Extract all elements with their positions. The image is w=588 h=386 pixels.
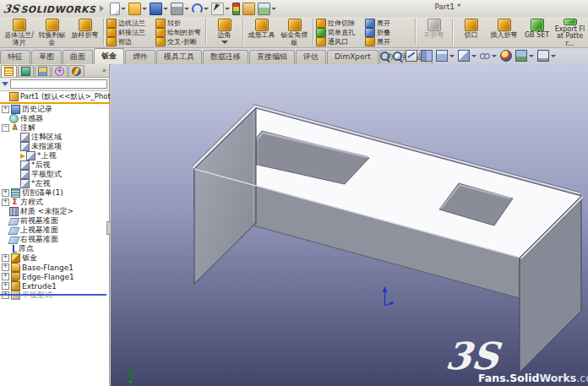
tree-item-origin[interactable]: 原点 xyxy=(0,244,109,253)
expand-plus-box[interactable]: + xyxy=(2,273,9,280)
extruded-cut-button[interactable]: 拉伸切除 xyxy=(316,19,363,27)
simple-hole-icon xyxy=(316,28,326,37)
flatten-button[interactable]: 展开 xyxy=(365,37,412,46)
tab-直接编辑[interactable]: 直接编辑 xyxy=(249,50,295,64)
tree-root-item[interactable]: Part1 (默认<<默认>_PhotoWorks xyxy=(0,92,109,101)
expand-plus-box[interactable]: + xyxy=(2,264,9,271)
ribbon-button-label: 展开 xyxy=(377,19,390,28)
unfold-icon xyxy=(365,19,375,28)
print-dropdown-caret[interactable] xyxy=(184,8,189,10)
zoom-to-fit-button[interactable] xyxy=(380,52,389,61)
base-flange-button[interactable]: 基体法兰/薄片 xyxy=(3,17,35,47)
apply-scene-button[interactable] xyxy=(515,50,534,62)
insert-bends-button[interactable]: 插入折弯 xyxy=(487,17,520,47)
sheet-metal-gusset-button[interactable]: 钣金角撑板 xyxy=(278,17,311,47)
edit-appearance-icon xyxy=(500,50,512,62)
sketched-bend-button[interactable]: 绘制的折弯 xyxy=(155,28,203,36)
corner-dropdown-caret[interactable] xyxy=(221,41,228,44)
select-dropdown-caret[interactable] xyxy=(225,8,230,10)
export-flat-pattern-button[interactable]: Export Flat Patter... xyxy=(553,17,586,47)
rebuild-button[interactable] xyxy=(231,2,241,15)
menu-flyout-arrow-icon[interactable] xyxy=(100,5,104,12)
tab-DimXpert[interactable]: DimXpert xyxy=(327,50,378,64)
display-style-dropdown-caret[interactable] xyxy=(471,55,476,57)
previous-view-button[interactable] xyxy=(406,50,417,62)
edge-flange-button[interactable]: 边线法兰 xyxy=(106,19,154,27)
expand-plus-box[interactable]: + xyxy=(2,106,9,113)
cross-break-button[interactable]: 交叉-折断 xyxy=(155,37,203,46)
display-style-button[interactable] xyxy=(458,50,476,62)
undo-button[interactable] xyxy=(191,2,210,15)
tree-filter-input[interactable] xyxy=(10,79,107,89)
tab-焊件[interactable]: 焊件 xyxy=(125,50,155,64)
file-properties-button[interactable] xyxy=(242,2,256,15)
fold-icon xyxy=(365,28,375,37)
tree-item-sensor[interactable]: 传感器 xyxy=(0,114,109,123)
expand-plus-box[interactable]: + xyxy=(2,189,9,197)
vent-button[interactable]: 通风口 xyxy=(316,37,363,46)
tree-item-flange2[interactable]: +Edge-Flange1 xyxy=(0,272,109,281)
open-button[interactable] xyxy=(128,2,148,15)
forming-tool-button[interactable]: 成形工具 xyxy=(245,17,278,47)
undo-dropdown-caret[interactable] xyxy=(204,8,209,10)
view-settings-button[interactable] xyxy=(537,50,556,62)
tab-数据迁移[interactable]: 数据迁移 xyxy=(203,50,248,64)
tab-钣金[interactable]: 钣金 xyxy=(94,48,124,64)
tree-item-note[interactable]: *上视 xyxy=(0,151,109,160)
edit-appearance-button[interactable] xyxy=(500,50,512,62)
view-orientation-dropdown-caret[interactable] xyxy=(449,55,455,57)
select-button[interactable] xyxy=(210,2,231,15)
new-document-dropdown-caret[interactable] xyxy=(121,8,126,10)
section-view-button[interactable] xyxy=(421,50,433,62)
tree-item-cutlist[interactable]: +切割清单(1) xyxy=(0,188,109,198)
rollback-bar[interactable] xyxy=(0,294,106,296)
tree-item-plane[interactable]: 右视基准面 xyxy=(0,235,109,244)
lofted-bend-button[interactable]: 放样折弯 xyxy=(68,17,101,47)
tree-item-note[interactable]: 平板型式 xyxy=(0,170,109,179)
simple-hole-button[interactable]: 简单直孔 xyxy=(316,28,363,36)
command-manager-ribbon: 基体法兰/薄片转换到钣金放样折弯边线法兰斜接法兰褶边转折绘制的折弯交叉-折断边角… xyxy=(0,17,588,48)
collapse-minus-box[interactable]: − xyxy=(2,124,9,132)
corner-button[interactable]: 边角 xyxy=(208,17,241,47)
featuremanager-tab[interactable] xyxy=(1,65,17,77)
fold-button[interactable]: 折叠 xyxy=(365,28,412,36)
tab-评估[interactable]: 评估 xyxy=(296,50,326,64)
expand-plus-box[interactable]: + xyxy=(2,198,9,206)
jog-button[interactable]: 转折 xyxy=(155,19,203,27)
tree-item-extrude[interactable]: +Extrude1 xyxy=(0,281,109,291)
gb-set-button[interactable]: GB SET xyxy=(520,17,553,47)
graphics-viewport[interactable]: 3S Fans.SolidWorks.com.cn xyxy=(111,64,588,386)
options-dropdown-caret[interactable] xyxy=(271,8,276,10)
save-dropdown-caret[interactable] xyxy=(163,8,168,10)
tree-item-history[interactable]: +历史记录 xyxy=(0,105,109,114)
miter-flange-button[interactable]: 斜接法兰 xyxy=(106,28,154,36)
hide-show-items-dropdown-caret[interactable] xyxy=(492,55,497,57)
hide-show-items-button[interactable] xyxy=(480,51,497,61)
hem-button[interactable]: 褶边 xyxy=(106,37,154,46)
convert-to-sheet-metal-button[interactable]: 转换到钣金 xyxy=(35,17,68,47)
expand-plus-box[interactable]: + xyxy=(2,282,9,290)
propertymanager-tab[interactable] xyxy=(18,65,34,77)
rip-button[interactable]: 切口 xyxy=(455,17,487,47)
zoom-to-area-button[interactable] xyxy=(393,52,402,61)
tab-曲面[interactable]: 曲面 xyxy=(63,50,93,64)
panel-tabs-overflow-chevron[interactable]: » xyxy=(102,67,106,77)
apply-scene-dropdown-caret[interactable] xyxy=(529,55,534,57)
dimxpertmanager-tab[interactable] xyxy=(52,65,68,77)
expand-plus-box[interactable]: + xyxy=(2,254,9,262)
tree-item-flange[interactable]: +Base-Flange1 xyxy=(0,263,109,272)
view-orientation-button[interactable] xyxy=(436,50,455,62)
open-dropdown-caret[interactable] xyxy=(142,8,147,10)
tree-item-sheetmetal[interactable]: +钣金 xyxy=(0,253,109,263)
tab-草图[interactable]: 草图 xyxy=(31,50,62,64)
new-document-button[interactable] xyxy=(109,2,127,15)
options-button[interactable] xyxy=(257,2,277,15)
save-button[interactable] xyxy=(149,2,169,15)
displaymanager-tab[interactable] xyxy=(68,65,84,77)
print-button[interactable] xyxy=(170,2,190,15)
unfold-button[interactable]: 展开 xyxy=(365,19,412,27)
tab-模具工具[interactable]: 模具工具 xyxy=(156,50,202,64)
tab-特征[interactable]: 特征 xyxy=(0,50,30,64)
view-settings-dropdown-caret[interactable] xyxy=(551,55,556,57)
configurationmanager-tab[interactable] xyxy=(35,65,51,77)
